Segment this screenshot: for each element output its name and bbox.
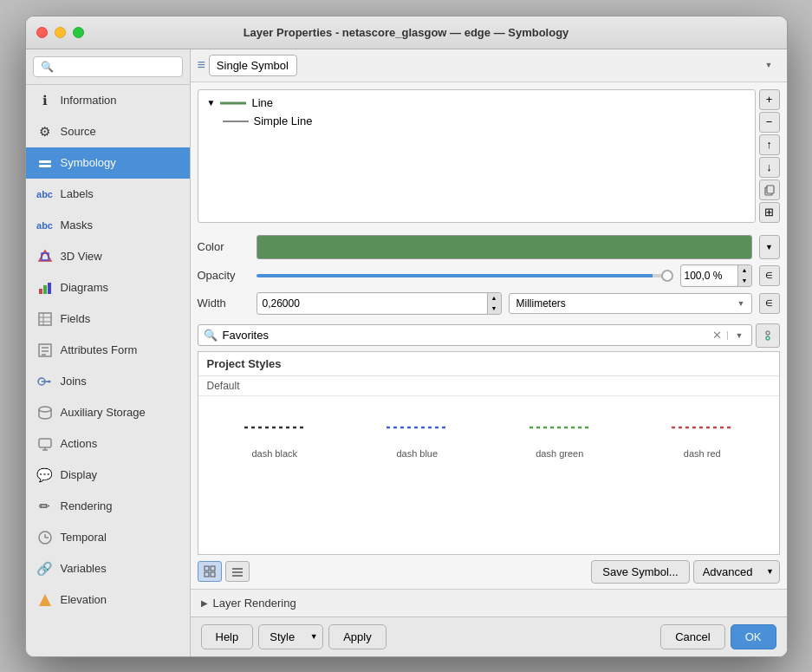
close-button[interactable] (36, 27, 48, 38)
opacity-input[interactable] (681, 267, 737, 284)
symbols-scroll-area[interactable]: Project Styles Default dash black (198, 351, 780, 555)
svg-rect-36 (205, 566, 209, 571)
width-label: Width (198, 297, 250, 310)
layer-rendering-row[interactable]: ▶ Layer Rendering (191, 589, 787, 617)
symbol-item-dash-green[interactable]: dash green (490, 403, 630, 466)
advanced-button-wrapper: Advanced ▼ (693, 560, 780, 584)
opacity-spin-down[interactable]: ▼ (737, 276, 751, 286)
tree-item-simple-line[interactable]: Simple Line (202, 112, 751, 130)
width-spin-up[interactable]: ▲ (487, 293, 501, 303)
tree-down-button[interactable]: ↓ (759, 157, 780, 178)
width-row: Width ▲ ▼ Millimeters Pixels (198, 292, 780, 315)
svg-rect-39 (211, 572, 215, 577)
symbol-preview-dash-blue (382, 410, 451, 445)
svg-point-30 (766, 331, 770, 335)
sidebar-item-actions[interactable]: Actions (26, 428, 190, 460)
window-title: Layer Properties - netascore_glasgow — e… (244, 26, 569, 39)
opacity-expression-button[interactable]: ∈ (759, 265, 780, 286)
sidebar-item-diagrams[interactable]: Diagrams (26, 272, 190, 303)
save-symbol-button[interactable]: Save Symbol... (591, 560, 689, 584)
symbol-editor: ▼ Line Simple Line (191, 82, 787, 589)
sidebar-item-elevation[interactable]: Elevation (26, 584, 190, 616)
style-button-wrapper: Style ▼ (258, 624, 323, 649)
symbol-item-dash-blue[interactable]: dash blue (348, 403, 487, 466)
tree-add-button[interactable]: + (759, 89, 780, 110)
diagrams-icon (36, 279, 54, 297)
sidebar-item-attributes-form[interactable]: Attributes Form (26, 335, 190, 366)
sidebar-item-auxiliary-storage[interactable]: Auxiliary Storage (26, 397, 190, 428)
color-swatch[interactable] (257, 235, 752, 259)
opacity-spinners: ▲ ▼ (737, 265, 751, 286)
sidebar-item-rendering[interactable]: ✏ Rendering (26, 491, 190, 522)
rendering-icon: ✏ (36, 498, 54, 515)
sidebar-item-fields[interactable]: Fields (26, 303, 190, 335)
tree-paste-button[interactable]: ⊞ (759, 202, 780, 223)
sidebar-item-variables[interactable]: 🔗 Variables (26, 553, 190, 584)
search-clear-button[interactable]: ✕ (707, 325, 727, 345)
symbol-name-dash-black: dash black (251, 448, 297, 459)
tree-up-button[interactable]: ↑ (759, 134, 780, 155)
color-dropdown-button[interactable]: ▼ (759, 235, 780, 259)
search-extra-button[interactable] (756, 323, 780, 348)
width-input[interactable] (257, 294, 487, 313)
advanced-button[interactable]: Advanced (694, 561, 762, 583)
sidebar-items-list: ℹ Information ⚙ Source Symbology abc Lab… (26, 85, 190, 656)
opacity-spin-up[interactable]: ▲ (737, 265, 751, 276)
svg-rect-0 (39, 160, 51, 163)
opacity-slider[interactable] (257, 274, 673, 277)
sidebar-item-information[interactable]: ℹ Information (26, 85, 190, 116)
sidebar-item-labels[interactable]: abc Labels (26, 179, 190, 210)
symbol-type-select[interactable]: Single Symbol (209, 55, 297, 76)
tree-copy-button[interactable] (759, 179, 780, 200)
search-icon: 🔍 (198, 325, 223, 345)
cancel-button[interactable]: Cancel (660, 624, 724, 649)
symbol-item-dash-red[interactable]: dash red (633, 403, 772, 466)
maximize-button[interactable] (73, 27, 84, 38)
minimize-button[interactable] (55, 27, 66, 38)
svg-rect-6 (48, 283, 51, 294)
color-row: Color ▼ (198, 235, 780, 259)
sidebar-item-symbology[interactable]: Symbology (26, 147, 190, 179)
svg-rect-37 (211, 566, 215, 571)
tree-arrow-line: ▼ (207, 98, 216, 108)
search-dropdown-button[interactable]: ▼ (727, 331, 751, 340)
symbol-name-dash-red: dash red (684, 448, 721, 459)
advanced-dropdown-button[interactable]: ▼ (762, 567, 779, 576)
sidebar-search-input[interactable] (33, 56, 183, 77)
favorites-search-input[interactable] (223, 325, 707, 345)
tree-item-line[interactable]: ▼ Line (202, 94, 751, 112)
ok-button[interactable]: OK (731, 624, 776, 649)
symbology-icon (36, 154, 54, 172)
apply-button[interactable]: Apply (328, 624, 387, 649)
symbol-item-dash-black[interactable]: dash black (205, 403, 345, 466)
actions-icon (36, 435, 54, 453)
tree-remove-button[interactable]: − (759, 112, 780, 133)
symbol-preview-dash-black (240, 410, 309, 445)
width-unit-select[interactable]: Millimeters Pixels Points Map Units Inch… (509, 293, 752, 314)
sidebar-item-temporal[interactable]: Temporal (26, 522, 190, 553)
tree-controls: + − ↑ ↓ ⊞ (759, 89, 780, 223)
opacity-row: Opacity ▲ ▼ ∈ (198, 264, 780, 287)
sidebar-item-joins[interactable]: Joins (26, 366, 190, 397)
sidebar-item-display[interactable]: 💬 Display (26, 460, 190, 491)
sidebar-item-auxiliary-storage-label: Auxiliary Storage (61, 406, 146, 419)
list-view-button[interactable] (225, 561, 250, 582)
sidebar-item-3dview[interactable]: 3D View (26, 241, 190, 272)
attributes-form-icon (36, 342, 54, 359)
svg-rect-29 (767, 186, 774, 193)
help-button[interactable]: Help (201, 624, 254, 649)
style-button[interactable]: Style (259, 625, 305, 649)
width-spin-down[interactable]: ▼ (487, 303, 501, 314)
svg-marker-2 (39, 251, 51, 261)
titlebar: Layer Properties - netascore_glasgow — e… (26, 16, 787, 49)
symbol-type-select-wrapper: Single Symbol (209, 55, 780, 76)
svg-rect-7 (39, 313, 51, 325)
sidebar-item-masks[interactable]: abc Masks (26, 210, 190, 241)
sidebar-item-variables-label: Variables (61, 562, 107, 575)
grid-view-button[interactable] (198, 561, 222, 582)
sidebar-item-source[interactable]: ⚙ Source (26, 116, 190, 147)
symbol-preview-dash-green (525, 410, 594, 445)
style-dropdown-button[interactable]: ▼ (305, 632, 322, 641)
default-header: Default (198, 376, 779, 396)
width-expression-button[interactable]: ∈ (759, 293, 780, 314)
